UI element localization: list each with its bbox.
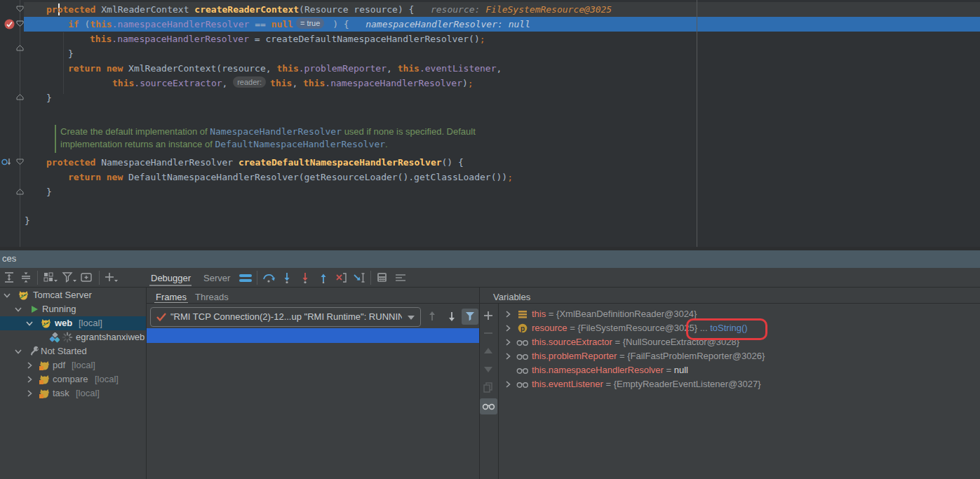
glasses-icon bbox=[480, 398, 497, 414]
step-out-icon[interactable] bbox=[317, 272, 330, 283]
watch-glasses-icon bbox=[516, 367, 529, 375]
annotation-highlight-box bbox=[686, 318, 767, 340]
thread-status-check-icon bbox=[156, 312, 167, 322]
step-into-icon[interactable] bbox=[281, 272, 293, 283]
step-over-icon[interactable] bbox=[262, 272, 275, 283]
fold-marker-expanded-icon[interactable] bbox=[16, 20, 24, 27]
overridden-method-gutter-icon[interactable] bbox=[1, 157, 12, 167]
restore-layout-icon[interactable] bbox=[394, 272, 407, 283]
code-line-execution[interactable]: if (this.namespaceHandlerResolver == nul… bbox=[68, 17, 530, 32]
chevron-right-icon[interactable] bbox=[25, 389, 34, 398]
tree-item-not-started[interactable]: Not Started bbox=[0, 344, 146, 358]
services-header-label: ces bbox=[2, 253, 16, 264]
variable-row-namespace-handler-resolver[interactable]: this.namespaceHandlerResolver = null bbox=[498, 363, 980, 377]
gutter-fold-line bbox=[20, 0, 20, 247]
code-line[interactable]: this.namespaceHandlerResolver = createDe… bbox=[90, 32, 485, 46]
code-line[interactable]: return new DefaultNamespaceHandlerResolv… bbox=[68, 170, 513, 184]
filter-icon[interactable] bbox=[62, 271, 77, 284]
svg-text:p: p bbox=[521, 325, 525, 332]
move-watch-up-icon[interactable] bbox=[483, 346, 494, 356]
variable-row-problem-reporter[interactable]: this.problemReporter = {FailFastProblemR… bbox=[498, 349, 980, 363]
code-line[interactable]: return new XmlReaderContext(resource, th… bbox=[68, 61, 502, 76]
fold-marker-end-icon[interactable] bbox=[16, 93, 24, 100]
header-divider bbox=[146, 303, 980, 304]
wrench-icon bbox=[29, 346, 39, 356]
fold-marker-expanded-icon[interactable] bbox=[16, 6, 24, 13]
tree-item-running[interactable]: Running bbox=[0, 302, 146, 316]
collapse-all-icon[interactable] bbox=[20, 271, 32, 283]
stack-frame-row[interactable]: contextInitialized:127, IrisContextLoade… bbox=[146, 343, 479, 358]
watch-glasses-icon bbox=[516, 353, 529, 360]
code-line[interactable]: } bbox=[46, 184, 52, 199]
tab-debugger[interactable]: Debugger bbox=[151, 273, 191, 283]
toolbar-separator bbox=[257, 271, 257, 285]
chevron-down-icon[interactable] bbox=[14, 347, 22, 356]
chevron-right-icon[interactable] bbox=[25, 375, 34, 384]
watch-glasses-icon bbox=[516, 339, 529, 346]
fold-marker-end-icon[interactable] bbox=[16, 44, 24, 51]
inline-debug-value: FileSystemResource@3025 bbox=[485, 4, 612, 15]
tomcat-stopped-icon bbox=[39, 360, 50, 370]
copy-icon[interactable] bbox=[483, 382, 494, 393]
add-watch-icon[interactable] bbox=[483, 310, 494, 321]
chevron-right-icon[interactable] bbox=[504, 324, 512, 332]
panel-divider bbox=[498, 304, 499, 479]
next-frame-icon[interactable] bbox=[446, 310, 457, 323]
fold-marker-expanded-icon[interactable] bbox=[16, 158, 24, 166]
code-line[interactable]: } bbox=[46, 90, 52, 105]
doc-line: implementation returns an instance of De… bbox=[60, 138, 509, 151]
code-line[interactable]: } bbox=[25, 213, 30, 228]
chevron-down-icon[interactable] bbox=[14, 305, 22, 313]
tab-frames[interactable]: Frames bbox=[156, 292, 187, 302]
chevron-right-icon[interactable] bbox=[504, 380, 512, 389]
thread-selector-dropdown[interactable]: "RMI TCP Connection(2)-12...up "RMI Runt… bbox=[150, 307, 421, 327]
tab-threads[interactable]: Threads bbox=[195, 292, 229, 302]
debug-toolbar bbox=[0, 268, 980, 288]
chevron-right-icon[interactable] bbox=[504, 338, 512, 346]
tree-item-pdf[interactable]: pdf [local] bbox=[0, 358, 146, 372]
hide-frames-filter-button[interactable] bbox=[462, 309, 478, 325]
fold-marker-end-icon[interactable] bbox=[16, 188, 24, 195]
chevron-down-icon[interactable] bbox=[25, 319, 34, 328]
debugger-menu-icon[interactable] bbox=[239, 273, 253, 284]
expand-all-icon[interactable] bbox=[3, 271, 15, 283]
code-line[interactable]: protected XmlReaderContext createReaderC… bbox=[46, 2, 612, 17]
services-tool-window-header[interactable]: ces bbox=[0, 250, 980, 268]
remove-watch-icon[interactable] bbox=[483, 328, 494, 339]
code-line[interactable]: } bbox=[68, 46, 74, 61]
run-to-cursor-icon[interactable] bbox=[354, 272, 366, 283]
move-watch-down-icon[interactable] bbox=[483, 365, 494, 375]
variable-row-event-listener[interactable]: this.eventListener = {EmptyReaderEventLi… bbox=[498, 377, 980, 391]
chevron-right-icon[interactable] bbox=[504, 310, 512, 318]
artifact-label: egrantshanxiweb bbox=[76, 332, 146, 342]
tree-item-web[interactable]: web [local] bbox=[0, 316, 146, 330]
tree-item-task[interactable]: task [local] bbox=[0, 386, 146, 400]
tomcat-stopped-icon bbox=[39, 389, 50, 398]
add-icon[interactable] bbox=[104, 271, 119, 284]
force-step-into-icon[interactable] bbox=[299, 272, 311, 283]
drop-frame-icon[interactable] bbox=[335, 272, 348, 283]
stack-frame-row-selected[interactable]: createReaderContext:511, XmlBeanDefiniti… bbox=[146, 328, 479, 343]
tree-item-compare[interactable]: compare [local] bbox=[0, 372, 146, 386]
toolbar-separator bbox=[37, 271, 38, 285]
previous-frame-icon[interactable] bbox=[427, 310, 438, 323]
evaluate-expression-icon[interactable] bbox=[376, 271, 389, 284]
show-watches-button[interactable] bbox=[480, 398, 497, 414]
add-service-icon[interactable] bbox=[80, 271, 94, 284]
code-line[interactable]: this.sourceExtractor, reader:this, this.… bbox=[112, 76, 474, 90]
group-by-icon[interactable] bbox=[43, 271, 58, 284]
parameter-hint-pill: reader: bbox=[233, 76, 266, 88]
tab-server[interactable]: Server bbox=[203, 273, 230, 283]
loading-spinner-icon bbox=[62, 332, 73, 343]
tab-debugger-underline bbox=[149, 285, 192, 286]
chevron-down-icon[interactable] bbox=[3, 291, 11, 299]
code-line[interactable]: protected NamespaceHandlerResolver creat… bbox=[46, 155, 464, 170]
chevron-right-icon[interactable] bbox=[504, 352, 512, 360]
chevron-right-icon[interactable] bbox=[25, 361, 34, 370]
breakpoint-icon[interactable] bbox=[4, 19, 15, 29]
tree-item-artifact[interactable]: egrantshanxiweb bbox=[0, 330, 146, 344]
code-editor[interactable]: protected XmlReaderContext createReaderC… bbox=[0, 0, 980, 247]
inline-debug-hint: resource: bbox=[414, 4, 485, 15]
tree-item-tomcat-server[interactable]: Tomcat Server bbox=[0, 288, 146, 302]
artifact-icon bbox=[49, 332, 60, 343]
